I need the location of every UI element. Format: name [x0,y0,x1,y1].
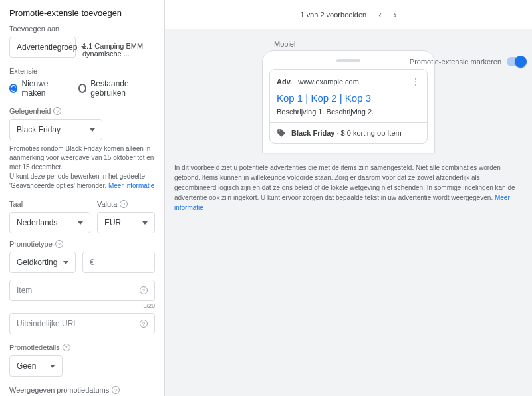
help-icon[interactable]: ? [120,200,128,208]
form-panel: Promotie-extensie toevoegen Toevoegen aa… [0,0,165,396]
add-to-select[interactable]: Advertentiegroep [9,37,76,58]
ad-url: Adv. · www.example.com [277,78,359,86]
preview-disclaimer: In dit voorbeeld ziet u potentiële adver… [174,163,523,213]
chevron-down-icon [142,221,148,225]
help-icon[interactable]: ? [112,386,120,394]
chevron-down-icon [81,46,86,49]
language-label: Taal [9,200,90,208]
promodetails-label: Promotiedetails ? [9,344,155,351]
highlight-toggle[interactable] [507,57,525,66]
preview-header: 1 van 2 voorbeelden ‹ › [165,0,532,29]
promotype-label: Promotietype ? [9,240,155,248]
ad-headlines: Kop 1 | Kop 2 | Kop 3 [277,92,420,104]
chevron-down-icon [78,221,83,225]
radio-icon [78,84,87,93]
help-icon[interactable]: ? [140,320,148,328]
final-url-input[interactable]: Uiteindelijke URL ? [9,313,155,334]
ad-description: Beschrijving 1. Beschrijving 2. [277,108,420,116]
displayed-dates-label: Weergegeven promotiedatums ? [9,386,155,394]
help-icon[interactable]: ? [53,107,61,115]
tag-icon [277,128,286,138]
chevron-down-icon [90,128,95,132]
promotype-select[interactable]: Geldkorting [9,252,76,273]
preview-pager: 1 van 2 voorbeelden ‹ › [300,10,396,19]
item-input[interactable]: Item ? [9,280,155,301]
pager-next-button[interactable]: › [394,10,397,19]
pager-prev-button[interactable]: ‹ [378,10,382,19]
radio-new[interactable]: Nieuwe maken [9,79,66,98]
extension-label: Extensie [9,67,155,75]
pager-text: 1 van 2 voorbeelden [300,11,366,19]
radio-existing[interactable]: Bestaande gebruiken [78,79,155,98]
highlight-toggle-row: Promotie-extensie markeren [410,57,525,66]
device-label: Mobiel [274,40,295,48]
add-to-label: Toevoegen aan [9,25,155,33]
occasion-more-info-link[interactable]: Meer informatie [108,182,154,189]
add-to-context: 1.1 Camping BMM - dynamische ... [82,37,155,58]
help-icon[interactable]: ? [55,240,63,248]
phone-speaker [336,59,360,62]
radio-icon [9,84,17,93]
help-icon[interactable]: ? [140,286,148,294]
occasion-note: Promoties rondom Black Friday komen alle… [9,144,155,191]
chevron-down-icon [50,365,55,368]
toggle-label: Promotie-extensie markeren [410,58,501,66]
occasion-select[interactable]: Black Friday [9,119,102,140]
currency-label: Valuta ? [97,200,155,208]
language-select[interactable]: Nederlands [9,212,90,233]
ad-menu-icon[interactable]: ⋮ [411,76,420,87]
amount-input[interactable]: € [82,252,155,273]
ad-promo-row: Black Friday · $ 0 korting op Item [270,122,427,143]
preview-area: Promotie-extensie markeren Mobiel Adv. ·… [165,29,532,396]
add-to-value: Advertentiegroep [17,43,77,52]
help-icon[interactable]: ? [63,344,70,351]
occasion-label: Gelegenheid ? [9,107,155,115]
currency-select[interactable]: EUR [97,212,155,233]
promodetails-select[interactable]: Geen [9,355,63,377]
page-title: Promotie-extensie toevoegen [9,8,155,18]
chevron-down-icon [63,261,68,264]
ad-card: Adv. · www.example.com ⋮ Kop 1 | Kop 2 |… [269,69,428,144]
item-counter: 0/20 [9,302,155,309]
preview-panel: 1 van 2 voorbeelden ‹ › Promotie-extensi… [165,0,532,396]
occasion-value: Black Friday [17,125,61,134]
